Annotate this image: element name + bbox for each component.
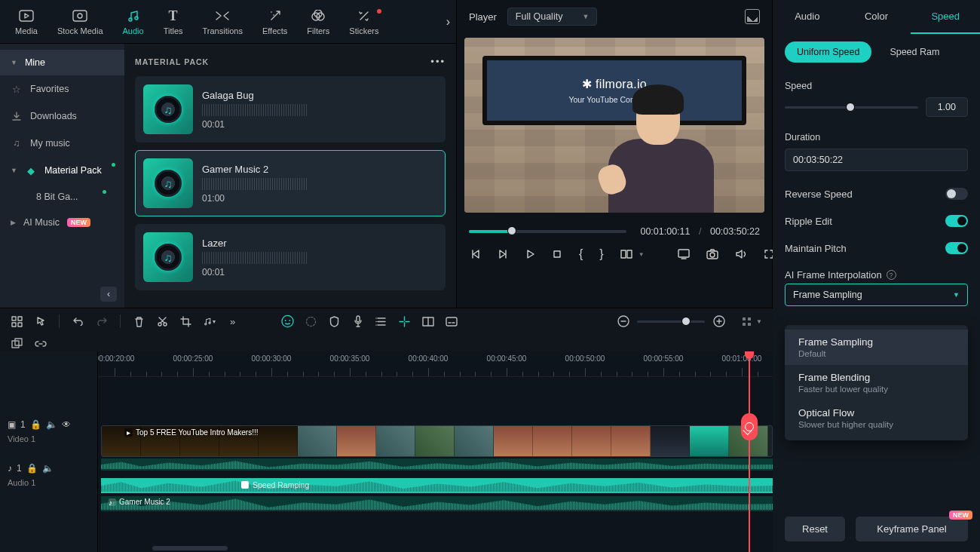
caption-button[interactable]	[445, 315, 458, 328]
mark-in-button[interactable]: {	[579, 247, 583, 261]
sidebar-item-8bit[interactable]: 8 Bit Ga...	[0, 184, 124, 210]
speed-value[interactable]: 1.00	[926, 97, 968, 117]
zoom-slider[interactable]	[637, 320, 705, 323]
ai-button[interactable]	[281, 315, 294, 328]
subtab-uniform-speed[interactable]: Uniform Speed	[785, 41, 871, 63]
list-button[interactable]	[375, 315, 387, 328]
link-button[interactable]	[34, 337, 47, 350]
dropdown-option-frame-blending[interactable]: Frame Blending Faster but lower quality	[785, 365, 968, 400]
audio-card[interactable]: ♫ Galaga Bug 00:01	[135, 76, 446, 143]
ripple-edit-toggle[interactable]	[945, 215, 968, 227]
tab-titles[interactable]: T Titles	[156, 5, 191, 38]
keyframe-label: Keyframe Panel	[877, 523, 947, 535]
sidebar-item-mine[interactable]: ▼ Mine	[0, 50, 124, 75]
video-track-header[interactable]: ▣ 1 🔒 🔈 👁	[0, 415, 97, 434]
audio-track-header[interactable]: ♪ 1 🔒 🔈	[0, 458, 97, 478]
video-preview[interactable]: ✱ filmora.io Your YouTube Community	[464, 38, 764, 213]
mute-icon[interactable]: 🔈	[42, 463, 54, 474]
tab-transitions[interactable]: Transitions	[195, 5, 250, 38]
timeline-ruler[interactable]: 00:00:20:0000:00:25:0000:00:30:0000:00:3…	[98, 351, 773, 377]
stop-button[interactable]	[552, 247, 562, 261]
ai-interpolation-select[interactable]: Frame Sampling ▼	[785, 284, 968, 306]
keyframe-panel-button[interactable]: Keyframe Panel NEW	[856, 517, 968, 541]
audio-adjust-button[interactable]: ▾	[203, 315, 216, 328]
play-button[interactable]	[525, 247, 535, 261]
shield-button[interactable]	[328, 315, 341, 328]
dropdown-option-frame-sampling[interactable]: Frame Sampling Default	[785, 330, 968, 365]
titles-icon: T	[165, 8, 182, 24]
playhead[interactable]	[749, 351, 750, 552]
mark-out-button[interactable]: }	[599, 247, 603, 261]
maintain-pitch-toggle[interactable]	[945, 242, 968, 254]
status-dot	[103, 190, 106, 194]
notification-dot	[377, 9, 381, 14]
snapshot-frame-button[interactable]	[745, 9, 760, 24]
sidebar-collapse-button[interactable]: ‹	[100, 287, 117, 302]
lock-icon[interactable]: 🔒	[26, 463, 38, 474]
audio-card[interactable]: ♫ Gamer Music 2 01:00	[135, 150, 446, 216]
snapshot-button[interactable]	[706, 247, 718, 261]
ruler-label: 00:00:25:00	[173, 354, 213, 363]
playhead-cut-flag[interactable]	[741, 413, 758, 440]
quality-select[interactable]: Full Quality ▼	[507, 8, 597, 26]
info-icon[interactable]: ?	[887, 270, 896, 280]
tab-effects[interactable]: Effects	[255, 5, 295, 38]
volume-button[interactable]	[735, 247, 747, 261]
sidebar-item-my-music[interactable]: ♫ My music	[0, 130, 124, 157]
zoom-in-button[interactable]	[712, 315, 725, 328]
tab-media[interactable]: Media	[8, 5, 45, 38]
tab-filters[interactable]: Filters	[299, 5, 337, 38]
voiceover-button[interactable]	[351, 315, 364, 328]
marker-button[interactable]	[398, 315, 411, 328]
next-frame-button[interactable]	[498, 247, 508, 261]
chevron-down-icon[interactable]: ▼	[756, 318, 762, 325]
mute-icon[interactable]: 🔈	[46, 419, 57, 430]
reset-button[interactable]: Reset	[785, 517, 845, 541]
waveform-preview	[202, 104, 308, 116]
zoom-out-button[interactable]	[617, 315, 629, 328]
video-clip[interactable]: ▸Top 5 FREE YouTube Intro Makers!!!	[101, 425, 773, 457]
prev-frame-button[interactable]	[470, 247, 481, 261]
speed-ramp-clip[interactable]	[101, 478, 773, 493]
split-screen-button[interactable]	[421, 315, 434, 328]
track-options-button[interactable]	[740, 315, 753, 328]
delete-button[interactable]	[133, 315, 145, 328]
duplicate-button[interactable]	[11, 337, 23, 350]
undo-button[interactable]	[72, 315, 84, 328]
speed-slider[interactable]	[785, 106, 918, 109]
audio-clip[interactable]	[101, 496, 773, 511]
tab-stickers[interactable]: Stickers	[341, 5, 386, 38]
sidebar-item-downloads[interactable]: Downloads	[0, 103, 124, 130]
audio-card[interactable]: ♫ Lazer 00:01	[135, 224, 446, 290]
subtab-speed-ramping[interactable]: Speed Ram	[877, 41, 951, 63]
cut-button[interactable]	[156, 315, 169, 328]
more-tools-button[interactable]: »	[226, 315, 239, 328]
pointer-button[interactable]	[34, 315, 47, 328]
reverse-speed-toggle[interactable]	[945, 188, 968, 200]
dropdown-option-optical-flow[interactable]: Optical Flow Slower but higher quality	[785, 400, 968, 436]
layout-button[interactable]	[11, 315, 23, 328]
redo-button[interactable]	[95, 315, 108, 328]
inspector-tab-audio[interactable]: Audio	[773, 0, 842, 34]
inspector-tab-speed[interactable]: Speed	[911, 0, 980, 34]
effects-tl-button[interactable]	[305, 315, 317, 328]
inspector-tab-color[interactable]: Color	[842, 0, 911, 34]
stickers-icon	[356, 8, 372, 24]
sidebar-item-material-pack[interactable]: ▼ ◆ Material Pack	[0, 157, 124, 184]
sidebar-item-favorites[interactable]: ☆ Favorites	[0, 75, 124, 103]
lock-icon[interactable]: 🔒	[30, 419, 41, 430]
crop-button[interactable]	[179, 315, 192, 328]
chevron-down-icon[interactable]: ▼	[639, 251, 645, 258]
horizontal-scrollbar[interactable]	[152, 546, 228, 550]
player-scrubber[interactable]	[469, 230, 626, 233]
more-options-button[interactable]: •••	[430, 56, 446, 67]
tab-audio[interactable]: Audio	[115, 5, 152, 38]
duration-input[interactable]	[785, 149, 968, 171]
tab-stock-media[interactable]: Stock Media	[50, 5, 111, 38]
compare-button[interactable]	[620, 247, 632, 261]
sidebar-item-ai-music[interactable]: ▶ AI Music NEW	[0, 210, 124, 235]
tabs-scroll-right[interactable]: ›	[446, 15, 450, 29]
visibility-icon[interactable]: 👁	[62, 419, 71, 430]
display-button[interactable]	[678, 247, 690, 261]
video-audio-waveform[interactable]	[101, 458, 773, 471]
